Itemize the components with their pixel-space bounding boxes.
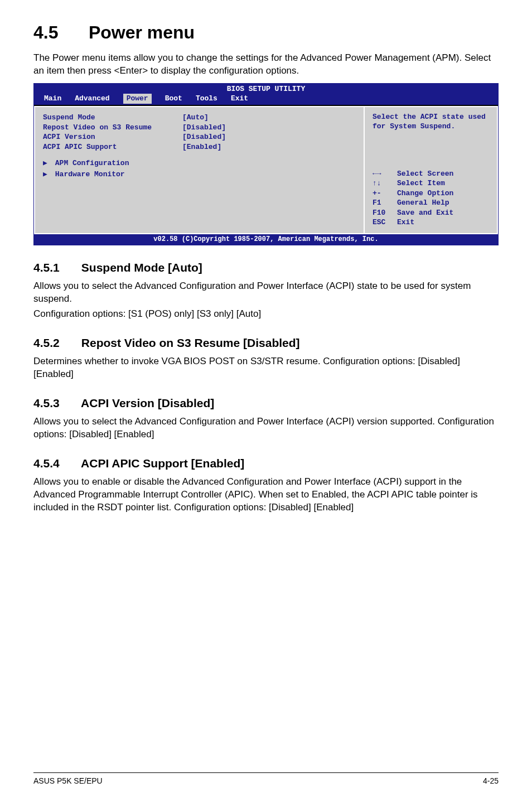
bios-right-pane: Select the ACPI state used for System Su… (364, 106, 498, 234)
bios-item-value: [Disabled] (182, 123, 226, 133)
key-label: Select Screen (397, 169, 453, 179)
intro-paragraph: The Power menu items allow you to change… (33, 52, 499, 78)
bios-item-row: ACPI APIC Support [Enabled] (43, 142, 356, 152)
subsection-title: ACPI APIC Support [Enabled] (81, 457, 244, 470)
bios-screenshot: BIOS SETUP UTILITY Main Advanced Power B… (33, 83, 499, 245)
bios-item-label: Repost Video on S3 Resume (43, 123, 182, 133)
key-icon: F10 (373, 208, 397, 218)
key-icon: F1 (373, 198, 397, 208)
bios-body: Suspend Mode [Auto] Repost Video on S3 R… (34, 105, 498, 234)
body-paragraph: Allows you to select the Advanced Config… (33, 416, 499, 441)
bios-item-label: ACPI Version (43, 132, 182, 142)
key-icon: ESC (373, 218, 397, 228)
bios-left-pane: Suspend Mode [Auto] Repost Video on S3 R… (34, 106, 364, 234)
bios-item-value: [Enabled] (182, 142, 221, 152)
section-title-text: Power menu (89, 22, 195, 42)
bios-item-label: Suspend Mode (43, 113, 182, 123)
subsection-heading: 4.5.3 ACPI Version [Disabled] (33, 397, 499, 410)
key-icon: +- (373, 189, 397, 199)
bios-help-text: Select the ACPI state used for System Su… (373, 113, 490, 132)
bios-submenu-label: Hardware Monitor (55, 170, 125, 178)
arrow-right-icon: ▶ (43, 158, 51, 168)
bios-item-row: ACPI Version [Disabled] (43, 132, 356, 142)
bios-item-value: [Disabled] (182, 132, 226, 142)
bios-tab-row: Main Advanced Power Boot Tools Exit (34, 94, 498, 105)
key-label: Exit (397, 218, 414, 228)
subsection-number: 4.5.4 (33, 457, 78, 470)
subsection-heading: 4.5.4 ACPI APIC Support [Enabled] (33, 457, 499, 470)
subsection-number: 4.5.1 (33, 261, 78, 274)
key-label: Select Item (397, 178, 445, 189)
body-paragraph: Configuration options: [S1 (POS) only] [… (33, 308, 499, 321)
bios-item-row: Repost Video on S3 Resume [Disabled] (43, 123, 356, 133)
bios-submenu-label: APM Configuration (55, 159, 129, 167)
bios-key-legend: ←→Select Screen ↑↓Select Item +-Change O… (373, 169, 490, 228)
bios-tab-boot: Boot (165, 94, 182, 104)
subsection-title: ACPI Version [Disabled] (81, 397, 214, 409)
subsection-heading: 4.5.2 Repost Video on S3 Resume [Disable… (33, 336, 499, 350)
section-number: 4.5 (33, 22, 84, 43)
key-icon: ↑↓ (373, 178, 397, 189)
subsection-number: 4.5.3 (33, 397, 78, 410)
key-label: Save and Exit (397, 208, 453, 218)
bios-item-value: [Auto] (182, 113, 209, 123)
body-paragraph: Allows you to enable or disable the Adva… (33, 476, 499, 514)
section-heading: 4.5 Power menu (33, 22, 499, 43)
body-paragraph: Allows you to select the Advanced Config… (33, 280, 499, 306)
bios-tab-tools: Tools (196, 94, 217, 104)
key-icon: ←→ (373, 169, 397, 179)
bios-tab-advanced: Advanced (75, 94, 109, 104)
bios-title: BIOS SETUP UTILITY (34, 84, 498, 94)
body-paragraph: Determines whether to invoke VGA BIOS PO… (33, 355, 499, 381)
subsection-title: Repost Video on S3 Resume [Disabled] (81, 336, 300, 349)
bios-item-label: ACPI APIC Support (43, 142, 182, 152)
bios-item-row: Suspend Mode [Auto] (43, 113, 356, 123)
footer-left: ASUS P5K SE/EPU (33, 776, 103, 785)
bios-tab-power: Power (123, 94, 152, 104)
bios-tab-main: Main (44, 94, 61, 104)
key-label: Change Option (397, 189, 453, 199)
page-footer: ASUS P5K SE/EPU 4-25 (33, 772, 499, 785)
footer-right: 4-25 (483, 776, 499, 785)
bios-submenu-row: ▶ APM Configuration (43, 158, 356, 168)
subsection-heading: 4.5.1 Suspend Mode [Auto] (33, 261, 499, 274)
subsection-title: Suspend Mode [Auto] (81, 261, 202, 274)
arrow-right-icon: ▶ (43, 170, 51, 180)
subsection-number: 4.5.2 (33, 336, 78, 350)
bios-tab-exit: Exit (231, 94, 248, 104)
bios-footer: v02.58 (C)Copyright 1985-2007, American … (34, 234, 498, 245)
bios-submenu-row: ▶ Hardware Monitor (43, 170, 356, 180)
key-label: General Help (397, 198, 449, 208)
